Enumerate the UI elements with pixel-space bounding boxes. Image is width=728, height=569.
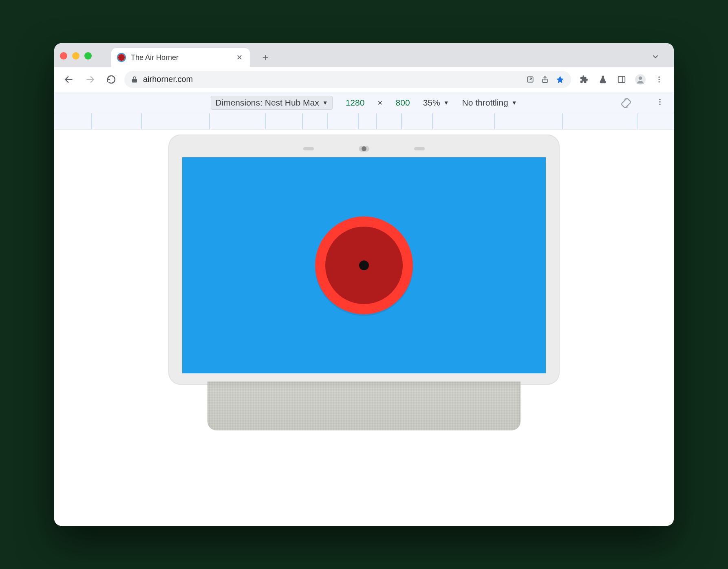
- device-frame-nest-hub-max: [168, 135, 560, 430]
- browser-window: The Air Horner ✕ ＋ airhorner.com: [54, 43, 674, 526]
- tabs-dropdown-button[interactable]: [649, 50, 662, 64]
- new-tab-button[interactable]: ＋: [257, 49, 274, 65]
- throttling-value: No throttling: [462, 98, 508, 108]
- air-horn-dot-icon: [359, 260, 369, 270]
- device-sensors: [182, 146, 546, 152]
- chevron-down-icon: ▼: [443, 99, 449, 106]
- chevron-down-icon: ▼: [322, 99, 328, 106]
- address-bar[interactable]: airhorner.com: [124, 71, 571, 88]
- zoom-value: 35%: [423, 98, 440, 108]
- svg-rect-11: [621, 98, 631, 108]
- tab-strip: The Air Horner ✕ ＋: [54, 43, 674, 67]
- device-bezel: [168, 135, 560, 385]
- svg-point-14: [659, 104, 660, 105]
- devtools-viewport: [54, 130, 674, 526]
- window-controls: [60, 52, 92, 60]
- tab-title: The Air Horner: [131, 53, 230, 62]
- extensions-button[interactable]: [576, 71, 592, 88]
- svg-point-8: [658, 76, 660, 77]
- url-text: airhorner.com: [143, 75, 521, 84]
- reload-button[interactable]: [103, 71, 119, 88]
- devtools-more-options-button[interactable]: [656, 98, 664, 106]
- toolbar-right: [576, 71, 667, 88]
- device-stand: [207, 382, 521, 430]
- svg-point-9: [658, 79, 660, 80]
- lock-icon: [131, 76, 138, 83]
- labs-button[interactable]: [595, 71, 611, 88]
- rotate-device-button[interactable]: [619, 96, 633, 110]
- minimize-window-button[interactable]: [72, 52, 79, 60]
- fullscreen-window-button[interactable]: [84, 52, 92, 60]
- dimension-separator: ×: [377, 98, 382, 108]
- air-horn-button[interactable]: [315, 216, 413, 314]
- share-icon[interactable]: [541, 75, 549, 84]
- device-dimensions-dropdown[interactable]: Dimensions: Nest Hub Max ▼: [211, 96, 332, 110]
- svg-point-10: [658, 81, 660, 82]
- device-dimensions-label: Dimensions: Nest Hub Max: [215, 98, 319, 108]
- zoom-dropdown[interactable]: 35% ▼: [423, 98, 449, 108]
- back-button[interactable]: [61, 71, 77, 88]
- bookmark-star-icon[interactable]: [556, 75, 565, 84]
- browser-tab[interactable]: The Air Horner ✕: [111, 48, 250, 67]
- forward-button[interactable]: [82, 71, 98, 88]
- tab-favicon-icon: [117, 53, 126, 62]
- svg-point-13: [659, 101, 660, 102]
- sensor-icon: [303, 147, 314, 150]
- devtools-device-toolbar: Dimensions: Nest Hub Max ▼ 1280 × 800 35…: [54, 92, 674, 113]
- svg-point-7: [639, 76, 642, 80]
- browser-toolbar: airhorner.com: [54, 67, 674, 92]
- chevron-down-icon: ▼: [512, 99, 517, 106]
- chrome-menu-button[interactable]: [651, 71, 667, 88]
- device-screen[interactable]: [182, 157, 546, 373]
- svg-rect-4: [618, 76, 625, 82]
- throttling-dropdown[interactable]: No throttling ▼: [462, 98, 517, 108]
- open-external-icon[interactable]: [526, 75, 534, 84]
- viewport-height-input[interactable]: 800: [396, 98, 410, 108]
- devtools-ruler: [54, 113, 674, 130]
- close-window-button[interactable]: [60, 52, 67, 60]
- close-tab-button[interactable]: ✕: [235, 51, 244, 64]
- viewport-width-input[interactable]: 1280: [346, 98, 365, 108]
- profile-button[interactable]: [632, 71, 649, 88]
- svg-point-12: [659, 99, 660, 100]
- side-panel-button[interactable]: [613, 71, 630, 88]
- omnibox-actions: [526, 75, 565, 84]
- air-horn-inner-icon: [325, 227, 403, 304]
- sensor-icon: [414, 147, 425, 150]
- camera-icon: [359, 146, 369, 152]
